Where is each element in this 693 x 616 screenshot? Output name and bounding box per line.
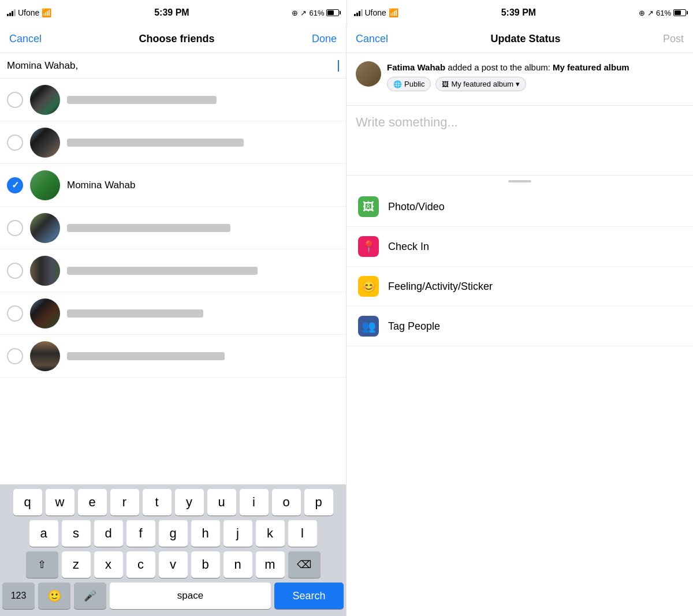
feeling-action[interactable]: 😊 Feeling/Activity/Sticker [346, 267, 693, 307]
key-w[interactable]: w [46, 489, 74, 516]
photo-video-label: Photo/Video [388, 201, 445, 213]
sheet-handle [346, 176, 693, 187]
key-n[interactable]: n [223, 551, 252, 578]
left-done-button[interactable]: Done [312, 33, 337, 45]
left-nav-title: Choose friends [139, 33, 214, 45]
post-user-text: Fatima Wahab added a post to the album: … [387, 61, 684, 73]
key-e[interactable]: e [78, 489, 107, 516]
key-p[interactable]: p [304, 489, 333, 516]
key-shift[interactable]: ⇧ [26, 551, 58, 578]
key-c[interactable]: c [126, 551, 155, 578]
globe-icon: 🌐 [393, 80, 402, 88]
search-button[interactable]: Search [274, 583, 344, 609]
key-a[interactable]: a [29, 520, 58, 547]
friend-name-blurred [67, 352, 339, 360]
keyboard: q w e r t y u i o p a s d f g h j k [0, 484, 346, 616]
key-b[interactable]: b [191, 551, 220, 578]
avatar [30, 298, 60, 328]
avatar [30, 256, 60, 286]
friend-radio-3[interactable]: ✓ [7, 177, 23, 193]
key-mic[interactable]: 🎤 [74, 583, 106, 609]
key-q[interactable]: q [13, 489, 42, 516]
privacy-label: Public [404, 80, 424, 88]
list-item[interactable] [0, 79, 346, 121]
key-h[interactable]: h [191, 520, 220, 547]
key-t[interactable]: t [143, 489, 172, 516]
left-cancel-button[interactable]: Cancel [9, 33, 42, 45]
list-item[interactable] [0, 249, 346, 292]
key-i[interactable]: i [240, 489, 269, 516]
avatar [30, 85, 60, 115]
left-carrier: Ufone [18, 8, 39, 17]
photo-video-icon: 🖼 [358, 196, 379, 217]
chevron-down-icon: ▾ [516, 80, 520, 88]
key-123[interactable]: 123 [2, 583, 35, 609]
key-j[interactable]: j [223, 520, 252, 547]
list-item[interactable]: ✓ Momina Wahab [0, 164, 346, 207]
album-button[interactable]: 🖼 My featured album ▾ [435, 77, 526, 91]
key-x[interactable]: x [94, 551, 123, 578]
tag-people-action[interactable]: 👥 Tag People [346, 307, 693, 346]
right-panel: Cancel Update Status Post Fatima Wahab a… [346, 25, 693, 616]
right-status-left: Ufone 📶 [354, 8, 398, 17]
key-l[interactable]: l [288, 520, 317, 547]
key-z[interactable]: z [62, 551, 91, 578]
check-in-action[interactable]: 📍 Check In [346, 227, 693, 267]
right-arrow-icon: ↗ [647, 9, 654, 17]
left-status-left: Ufone 📶 [7, 8, 51, 17]
key-k[interactable]: k [256, 520, 285, 547]
key-space[interactable]: space [110, 583, 271, 609]
left-battery-pct: 61% [309, 9, 324, 17]
main-area: Cancel Choose friends Done Momina Wahab, [0, 25, 693, 616]
key-s[interactable]: s [62, 520, 91, 547]
avatar [30, 341, 60, 371]
key-y[interactable]: y [175, 489, 204, 516]
right-battery-pct: 61% [656, 9, 671, 17]
right-location-icon: ⊕ [639, 9, 645, 17]
friend-radio-2[interactable] [7, 135, 23, 151]
friend-name-blurred [67, 267, 339, 275]
right-status-right: ⊕ ↗ 61% [639, 9, 686, 17]
key-d[interactable]: d [94, 520, 123, 547]
key-m[interactable]: m [256, 551, 285, 578]
list-item[interactable] [0, 292, 346, 335]
left-time: 5:39 PM [154, 8, 189, 18]
text-cursor [338, 60, 339, 72]
keyboard-row-2: a s d f g h j k l [2, 520, 344, 547]
post-button[interactable]: Post [663, 33, 684, 45]
left-nav-bar: Cancel Choose friends Done [0, 25, 346, 53]
list-item[interactable] [0, 121, 346, 164]
key-u[interactable]: u [207, 489, 236, 516]
left-wifi-icon: 📶 [42, 8, 51, 17]
list-item[interactable] [0, 335, 346, 378]
friend-radio-6[interactable] [7, 305, 23, 322]
friend-radio-5[interactable] [7, 263, 23, 279]
friend-radio-7[interactable] [7, 348, 23, 364]
key-f[interactable]: f [126, 520, 155, 547]
friend-radio-1[interactable] [7, 92, 23, 108]
key-v[interactable]: v [159, 551, 188, 578]
right-nav-bar: Cancel Update Status Post [346, 25, 693, 53]
friend-list: ✓ Momina Wahab [0, 79, 346, 484]
keyboard-row-3: ⇧ z x c v b n m ⌫ [2, 551, 344, 578]
list-item[interactable] [0, 207, 346, 249]
right-signal-icon [354, 9, 363, 16]
key-delete[interactable]: ⌫ [288, 551, 321, 578]
album-icon: 🖼 [442, 80, 449, 88]
right-wifi-icon: 📶 [389, 8, 398, 17]
friend-radio-4[interactable] [7, 220, 23, 236]
post-album-bold: My featured album [553, 62, 629, 72]
right-cancel-button[interactable]: Cancel [356, 33, 388, 45]
friend-search-bar[interactable]: Momina Wahab, [0, 53, 346, 79]
key-emoji[interactable]: 🙂 [38, 583, 70, 609]
key-o[interactable]: o [272, 489, 301, 516]
key-g[interactable]: g [159, 520, 188, 547]
key-r[interactable]: r [110, 489, 139, 516]
write-area[interactable]: Write something... [346, 106, 693, 175]
privacy-button[interactable]: 🌐 Public [387, 77, 431, 91]
friend-name-label: Momina Wahab [67, 180, 135, 191]
left-location-icon: ⊕ [292, 9, 298, 17]
photo-video-action[interactable]: 🖼 Photo/Video [346, 187, 693, 227]
right-status-bar: Ufone 📶 5:39 PM ⊕ ↗ 61% [347, 0, 694, 25]
drag-handle [508, 180, 531, 182]
